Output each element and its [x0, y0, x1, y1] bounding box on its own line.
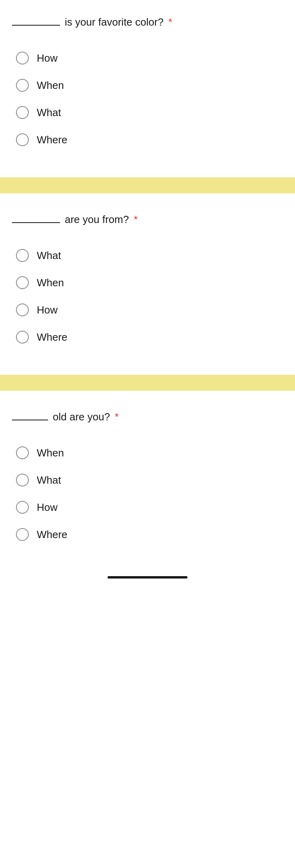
question-1-text: is your favorite color?: [65, 16, 163, 28]
question-2-required: *: [134, 213, 138, 226]
q3-radio-4[interactable]: [16, 528, 29, 541]
bottom-nav-bar: [108, 576, 187, 579]
quiz-container: is your favorite color? * How When What …: [0, 0, 295, 579]
question-2-section: are you from? * What When How Where: [0, 197, 295, 371]
q3-radio-3[interactable]: [16, 501, 29, 514]
q3-option-2-label: What: [37, 474, 61, 486]
q3-option-1-label: When: [37, 447, 64, 459]
q1-option-4[interactable]: Where: [12, 126, 283, 153]
q3-option-3-label: How: [37, 501, 58, 514]
q1-radio-3[interactable]: [16, 106, 29, 119]
q2-radio-2[interactable]: [16, 276, 29, 289]
question-3-required: *: [115, 411, 119, 423]
q2-option-1[interactable]: What: [12, 242, 283, 269]
q3-option-1[interactable]: When: [12, 439, 283, 466]
q1-option-4-label: Where: [37, 134, 68, 146]
q2-option-3-label: How: [37, 304, 58, 316]
q1-radio-4[interactable]: [16, 133, 29, 146]
question-2-blank: [12, 222, 60, 223]
q3-option-4[interactable]: Where: [12, 521, 283, 548]
q2-option-3[interactable]: How: [12, 296, 283, 323]
question-3-text: old are you?: [53, 411, 110, 423]
question-1-section: is your favorite color? * How When What …: [0, 0, 295, 173]
q1-option-2-label: When: [37, 79, 64, 92]
q3-option-3[interactable]: How: [12, 494, 283, 521]
question-3-section: old are you? * When What How Where: [0, 395, 295, 568]
question-1-title: is your favorite color? *: [12, 16, 283, 28]
question-1-options: How When What Where: [12, 44, 283, 153]
q1-option-3[interactable]: What: [12, 99, 283, 126]
q3-radio-2[interactable]: [16, 474, 29, 486]
q2-option-1-label: What: [37, 249, 61, 262]
q3-radio-1[interactable]: [16, 446, 29, 459]
question-3-blank: [12, 420, 48, 420]
divider-1: [0, 177, 295, 193]
question-2-title: are you from? *: [12, 213, 283, 226]
q2-radio-1[interactable]: [16, 249, 29, 262]
q2-radio-3[interactable]: [16, 303, 29, 316]
q1-radio-1[interactable]: [16, 52, 29, 64]
q3-option-2[interactable]: What: [12, 466, 283, 494]
question-1-blank: [12, 25, 60, 26]
q2-option-2[interactable]: When: [12, 269, 283, 296]
q1-option-2[interactable]: When: [12, 72, 283, 99]
q2-option-2-label: When: [37, 277, 64, 289]
q1-option-3-label: What: [37, 106, 61, 119]
question-2-options: What When How Where: [12, 242, 283, 351]
question-3-options: When What How Where: [12, 439, 283, 548]
q3-option-4-label: Where: [37, 528, 68, 541]
divider-2: [0, 375, 295, 391]
q2-radio-4[interactable]: [16, 331, 29, 344]
question-1-required: *: [168, 16, 172, 28]
question-3-title: old are you? *: [12, 411, 283, 423]
q2-option-4[interactable]: Where: [12, 323, 283, 351]
q1-option-1-label: How: [37, 52, 58, 64]
q1-radio-2[interactable]: [16, 79, 29, 92]
q1-option-1[interactable]: How: [12, 44, 283, 72]
question-2-text: are you from?: [65, 213, 129, 226]
q2-option-4-label: Where: [37, 331, 68, 344]
